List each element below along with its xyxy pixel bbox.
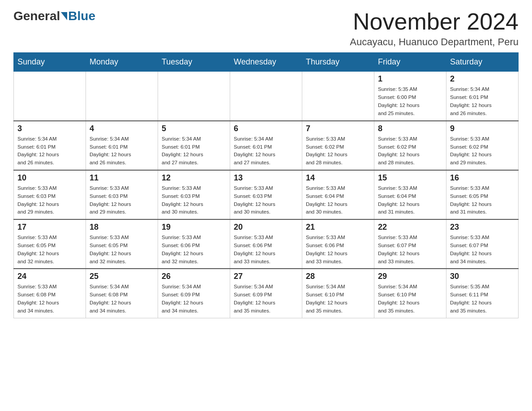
header: General Blue November 2024 Aucayacu, Hua… — [13, 9, 519, 48]
day-number: 16 — [450, 173, 515, 183]
calendar-table: Sunday Monday Tuesday Wednesday Thursday… — [13, 52, 519, 318]
table-row: 9Sunrise: 5:33 AM Sunset: 6:02 PM Daylig… — [446, 121, 519, 170]
table-row — [230, 72, 302, 121]
day-info: Sunrise: 5:33 AM Sunset: 6:02 PM Dayligh… — [306, 135, 370, 167]
table-row — [86, 72, 158, 121]
day-number: 5 — [162, 124, 226, 133]
day-info: Sunrise: 5:34 AM Sunset: 6:01 PM Dayligh… — [450, 86, 515, 117]
day-number: 11 — [90, 173, 154, 183]
day-number: 1 — [378, 74, 442, 84]
day-number: 6 — [234, 124, 298, 133]
table-row: 11Sunrise: 5:33 AM Sunset: 6:03 PM Dayli… — [86, 170, 158, 219]
day-info: Sunrise: 5:33 AM Sunset: 6:05 PM Dayligh… — [17, 234, 82, 265]
calendar-week-row: 24Sunrise: 5:33 AM Sunset: 6:08 PM Dayli… — [14, 269, 519, 318]
calendar-week-row: 17Sunrise: 5:33 AM Sunset: 6:05 PM Dayli… — [14, 219, 519, 269]
table-row — [302, 72, 374, 121]
table-row: 20Sunrise: 5:33 AM Sunset: 6:06 PM Dayli… — [230, 219, 302, 269]
day-info: Sunrise: 5:33 AM Sunset: 6:06 PM Dayligh… — [234, 234, 298, 265]
calendar-week-row: 3Sunrise: 5:34 AM Sunset: 6:01 PM Daylig… — [14, 121, 519, 170]
day-info: Sunrise: 5:34 AM Sunset: 6:10 PM Dayligh… — [378, 283, 442, 315]
day-info: Sunrise: 5:33 AM Sunset: 6:03 PM Dayligh… — [90, 184, 154, 216]
day-info: Sunrise: 5:33 AM Sunset: 6:05 PM Dayligh… — [450, 184, 515, 216]
day-info: Sunrise: 5:35 AM Sunset: 6:11 PM Dayligh… — [450, 283, 515, 315]
location-subtitle: Aucayacu, Huanuco Department, Peru — [350, 36, 519, 48]
day-number: 12 — [162, 173, 226, 183]
day-number: 20 — [234, 223, 298, 232]
table-row: 3Sunrise: 5:34 AM Sunset: 6:01 PM Daylig… — [14, 121, 86, 170]
table-row: 14Sunrise: 5:33 AM Sunset: 6:04 PM Dayli… — [302, 170, 374, 219]
day-number: 24 — [17, 272, 82, 281]
table-row: 16Sunrise: 5:33 AM Sunset: 6:05 PM Dayli… — [446, 170, 519, 219]
day-number: 30 — [450, 272, 515, 281]
day-info: Sunrise: 5:35 AM Sunset: 6:00 PM Dayligh… — [378, 86, 442, 117]
day-info: Sunrise: 5:34 AM Sunset: 6:09 PM Dayligh… — [162, 283, 226, 315]
logo: General Blue — [13, 9, 95, 23]
day-info: Sunrise: 5:33 AM Sunset: 6:07 PM Dayligh… — [378, 234, 442, 265]
day-info: Sunrise: 5:33 AM Sunset: 6:06 PM Dayligh… — [306, 234, 370, 265]
table-row: 24Sunrise: 5:33 AM Sunset: 6:08 PM Dayli… — [14, 269, 86, 318]
day-info: Sunrise: 5:33 AM Sunset: 6:02 PM Dayligh… — [450, 135, 515, 167]
logo-arrow-icon — [61, 12, 67, 20]
table-row: 18Sunrise: 5:33 AM Sunset: 6:05 PM Dayli… — [86, 219, 158, 269]
table-row: 15Sunrise: 5:33 AM Sunset: 6:04 PM Dayli… — [374, 170, 446, 219]
col-monday: Monday — [86, 53, 158, 72]
day-info: Sunrise: 5:34 AM Sunset: 6:01 PM Dayligh… — [162, 135, 226, 167]
calendar-week-row: 10Sunrise: 5:33 AM Sunset: 6:03 PM Dayli… — [14, 170, 519, 219]
table-row: 17Sunrise: 5:33 AM Sunset: 6:05 PM Dayli… — [14, 219, 86, 269]
day-number: 28 — [306, 272, 370, 281]
day-number: 14 — [306, 173, 370, 183]
day-number: 27 — [234, 272, 298, 281]
table-row: 4Sunrise: 5:34 AM Sunset: 6:01 PM Daylig… — [86, 121, 158, 170]
day-info: Sunrise: 5:33 AM Sunset: 6:03 PM Dayligh… — [162, 184, 226, 216]
col-sunday: Sunday — [14, 53, 86, 72]
table-row — [14, 72, 86, 121]
day-number: 18 — [90, 223, 154, 232]
title-area: November 2024 Aucayacu, Huanuco Departme… — [350, 9, 519, 48]
day-number: 25 — [90, 272, 154, 281]
logo-general-text: General — [13, 9, 60, 23]
day-info: Sunrise: 5:33 AM Sunset: 6:07 PM Dayligh… — [450, 234, 515, 265]
col-thursday: Thursday — [302, 53, 374, 72]
table-row: 19Sunrise: 5:33 AM Sunset: 6:06 PM Dayli… — [158, 219, 230, 269]
table-row: 27Sunrise: 5:34 AM Sunset: 6:09 PM Dayli… — [230, 269, 302, 318]
day-number: 26 — [162, 272, 226, 281]
day-number: 21 — [306, 223, 370, 232]
day-number: 8 — [378, 124, 442, 133]
day-number: 15 — [378, 173, 442, 183]
calendar-header-row: Sunday Monday Tuesday Wednesday Thursday… — [14, 53, 519, 72]
calendar-week-row: 1Sunrise: 5:35 AM Sunset: 6:00 PM Daylig… — [14, 72, 519, 121]
day-number: 4 — [90, 124, 154, 133]
table-row: 1Sunrise: 5:35 AM Sunset: 6:00 PM Daylig… — [374, 72, 446, 121]
table-row: 12Sunrise: 5:33 AM Sunset: 6:03 PM Dayli… — [158, 170, 230, 219]
day-number: 10 — [17, 173, 82, 183]
table-row: 28Sunrise: 5:34 AM Sunset: 6:10 PM Dayli… — [302, 269, 374, 318]
day-number: 9 — [450, 124, 515, 133]
table-row: 21Sunrise: 5:33 AM Sunset: 6:06 PM Dayli… — [302, 219, 374, 269]
day-info: Sunrise: 5:33 AM Sunset: 6:05 PM Dayligh… — [90, 234, 154, 265]
table-row: 30Sunrise: 5:35 AM Sunset: 6:11 PM Dayli… — [446, 269, 519, 318]
table-row: 8Sunrise: 5:33 AM Sunset: 6:02 PM Daylig… — [374, 121, 446, 170]
day-info: Sunrise: 5:33 AM Sunset: 6:04 PM Dayligh… — [306, 184, 370, 216]
day-info: Sunrise: 5:34 AM Sunset: 6:10 PM Dayligh… — [306, 283, 370, 315]
col-friday: Friday — [374, 53, 446, 72]
day-number: 23 — [450, 223, 515, 232]
table-row: 29Sunrise: 5:34 AM Sunset: 6:10 PM Dayli… — [374, 269, 446, 318]
day-number: 19 — [162, 223, 226, 232]
table-row — [158, 72, 230, 121]
day-info: Sunrise: 5:33 AM Sunset: 6:03 PM Dayligh… — [234, 184, 298, 216]
day-number: 3 — [17, 124, 82, 133]
day-info: Sunrise: 5:33 AM Sunset: 6:06 PM Dayligh… — [162, 234, 226, 265]
day-info: Sunrise: 5:33 AM Sunset: 6:03 PM Dayligh… — [17, 184, 82, 216]
col-saturday: Saturday — [446, 53, 519, 72]
col-wednesday: Wednesday — [230, 53, 302, 72]
day-info: Sunrise: 5:33 AM Sunset: 6:02 PM Dayligh… — [378, 135, 442, 167]
day-number: 17 — [17, 223, 82, 232]
day-info: Sunrise: 5:34 AM Sunset: 6:01 PM Dayligh… — [90, 135, 154, 167]
table-row: 2Sunrise: 5:34 AM Sunset: 6:01 PM Daylig… — [446, 72, 519, 121]
table-row: 7Sunrise: 5:33 AM Sunset: 6:02 PM Daylig… — [302, 121, 374, 170]
day-info: Sunrise: 5:34 AM Sunset: 6:01 PM Dayligh… — [17, 135, 82, 167]
day-info: Sunrise: 5:34 AM Sunset: 6:08 PM Dayligh… — [90, 283, 154, 315]
table-row: 6Sunrise: 5:34 AM Sunset: 6:01 PM Daylig… — [230, 121, 302, 170]
day-number: 13 — [234, 173, 298, 183]
month-year-title: November 2024 — [350, 9, 519, 34]
